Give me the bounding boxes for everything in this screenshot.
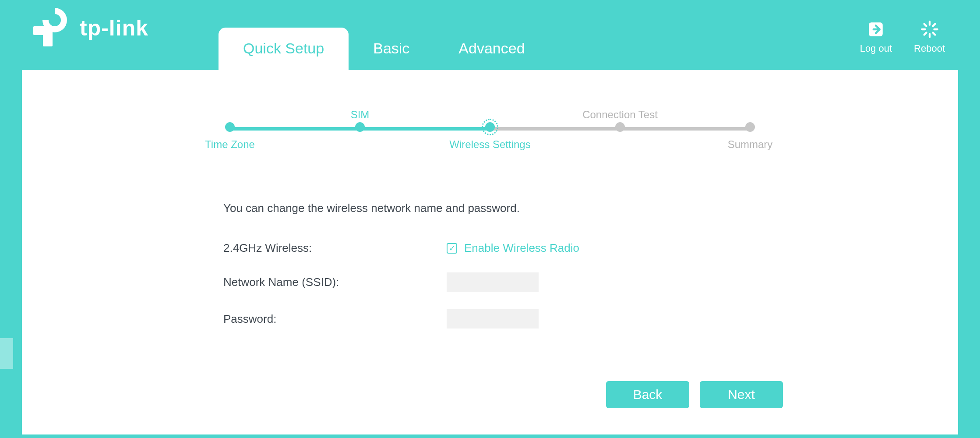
next-button[interactable]: Next — [700, 381, 783, 408]
wizard-dot-wireless — [485, 122, 495, 132]
tab-quick-setup[interactable]: Quick Setup — [219, 28, 349, 70]
brand-name: tp-link — [80, 15, 148, 41]
svg-line-8 — [933, 33, 935, 35]
reboot-icon — [920, 20, 939, 39]
reboot-label: Reboot — [914, 43, 945, 54]
wizard-label-summary: Summary — [728, 138, 773, 156]
wizard-dot-timezone — [225, 122, 235, 132]
wizard-steps: Time Zone SIM Wireless Settings Connecti… — [223, 101, 757, 162]
password-input[interactable] — [447, 309, 539, 328]
svg-line-7 — [924, 24, 926, 26]
wizard-step-sim: SIM — [353, 101, 367, 156]
tplink-logo-icon — [31, 6, 74, 50]
row-password: Password: — [223, 309, 757, 328]
enable-wireless-checkbox[interactable]: ✓ — [447, 243, 457, 254]
svg-line-9 — [924, 33, 926, 35]
wizard-dot-sim — [355, 122, 365, 132]
tab-advanced[interactable]: Advanced — [434, 28, 549, 70]
wizard-step-wireless: Wireless Settings — [483, 101, 497, 156]
wizard-label-wireless: Wireless Settings — [449, 138, 530, 156]
intro-text: You can change the wireless network name… — [223, 201, 757, 215]
ssid-input[interactable] — [447, 272, 539, 292]
label-password: Password: — [223, 312, 447, 326]
tab-basic[interactable]: Basic — [349, 28, 434, 70]
label-24ghz: 2.4GHz Wireless: — [223, 241, 447, 255]
main-tabs: Quick Setup Basic Advanced — [219, 0, 550, 70]
wizard-dot-summary — [745, 122, 755, 132]
main-panel: Time Zone SIM Wireless Settings Connecti… — [22, 70, 958, 434]
wizard-label-sim: SIM — [351, 101, 370, 121]
wizard-dot-connection-test — [615, 122, 625, 132]
header-actions: Log out Reboot — [860, 20, 945, 54]
label-ssid: Network Name (SSID): — [223, 276, 447, 289]
logout-button[interactable]: Log out — [860, 20, 892, 54]
svg-rect-1 — [33, 26, 53, 35]
wizard-step-summary: Summary — [744, 101, 757, 156]
wizard-step-timezone: Time Zone — [223, 101, 236, 156]
wizard-label-timezone: Time Zone — [205, 138, 255, 156]
button-row: Back Next — [223, 381, 783, 408]
row-24ghz: 2.4GHz Wireless: ✓ Enable Wireless Radio — [223, 241, 757, 255]
logout-label: Log out — [860, 43, 892, 54]
brand-logo: tp-link — [31, 6, 148, 50]
header: tp-link Quick Setup Basic Advanced Log o… — [0, 0, 980, 70]
reboot-button[interactable]: Reboot — [914, 20, 945, 54]
enable-wireless-label: Enable Wireless Radio — [464, 241, 579, 255]
logout-icon — [867, 20, 885, 39]
back-button[interactable]: Back — [606, 381, 689, 408]
side-handle — [0, 338, 13, 369]
svg-line-10 — [933, 24, 935, 26]
wizard-label-connection-test: Connection Test — [582, 101, 658, 121]
wizard-step-connection-test: Connection Test — [613, 101, 627, 156]
enable-wireless-wrap: ✓ Enable Wireless Radio — [447, 241, 579, 255]
row-ssid: Network Name (SSID): — [223, 272, 757, 292]
